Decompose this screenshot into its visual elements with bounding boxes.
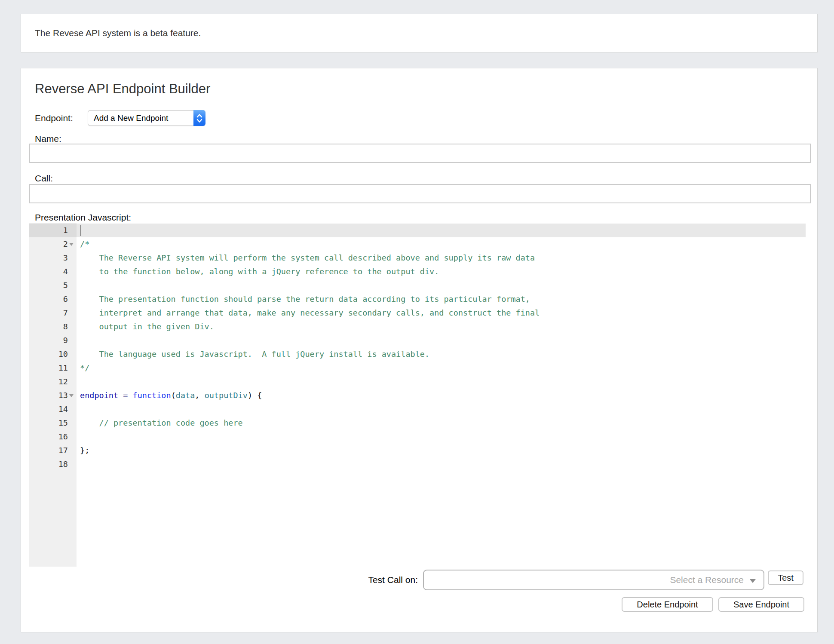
line-number: 11	[29, 361, 68, 375]
code-line[interactable]: 12	[29, 375, 806, 389]
gutter-cell: 5	[29, 279, 77, 292]
code-line[interactable]: 8 output in the given Div.	[29, 320, 806, 334]
code-line[interactable]: 5	[29, 279, 806, 292]
line-number: 9	[29, 334, 68, 347]
line-number: 10	[29, 347, 68, 361]
save-endpoint-button[interactable]: Save Endpoint	[718, 597, 804, 612]
code-line[interactable]: 18	[29, 457, 806, 471]
presentation-javascript-label: Presentation Javascript:	[35, 212, 131, 223]
endpoint-builder-panel: Reverse API Endpoint Builder Endpoint: A…	[21, 68, 818, 632]
gutter-cell: 13	[29, 389, 77, 402]
gutter-cell: 9	[29, 334, 77, 347]
code-text: /*	[77, 237, 806, 251]
gutter-cell: 16	[29, 430, 77, 444]
code-text: };	[77, 444, 806, 457]
gutter-cell: 8	[29, 320, 77, 334]
code-text: The Reverse API system will perform the …	[77, 251, 806, 265]
fold-arrow-icon[interactable]	[69, 243, 74, 246]
line-number: 2	[29, 237, 68, 251]
code-editor[interactable]: 12/*3 The Reverse API system will perfor…	[29, 223, 806, 567]
name-input[interactable]	[29, 144, 811, 163]
name-label: Name:	[35, 134, 61, 144]
code-text	[77, 402, 806, 416]
gutter-cell: 17	[29, 444, 77, 457]
code-line[interactable]: 3 The Reverse API system will perform th…	[29, 251, 806, 265]
beta-notice-text: The Revese API system is a beta feature.	[35, 28, 201, 38]
code-text	[77, 334, 806, 347]
code-text: to the function below, along with a jQue…	[77, 265, 806, 279]
code-text: */	[77, 361, 806, 375]
line-number: 6	[29, 292, 68, 306]
code-line[interactable]: 10 The language used is Javascript. A fu…	[29, 347, 806, 361]
line-number: 13	[29, 389, 68, 402]
code-line[interactable]: 2/*	[29, 237, 806, 251]
code-text: interpret and arrange that data, make an…	[77, 306, 806, 320]
line-number: 16	[29, 430, 68, 444]
code-line[interactable]: 15 // presentation code goes here	[29, 416, 806, 430]
gutter-cell: 6	[29, 292, 77, 306]
endpoint-select[interactable]: Add a New Endpoint	[88, 110, 205, 126]
test-call-label: Test Call on:	[368, 575, 418, 585]
dropdown-arrow-icon	[750, 579, 756, 583]
line-number: 4	[29, 265, 68, 279]
line-number: 5	[29, 279, 68, 292]
code-text: The language used is Javascript. A full …	[77, 347, 806, 361]
beta-notice-banner: The Revese API system is a beta feature.	[21, 14, 818, 52]
code-text: endpoint = function(data, outputDiv) {	[77, 389, 806, 402]
line-number: 7	[29, 306, 68, 320]
gutter-cell: 4	[29, 265, 77, 279]
code-text: // presentation code goes here	[77, 416, 806, 430]
gutter-cell: 3	[29, 251, 77, 265]
select-chevrons-icon	[193, 110, 205, 126]
line-number: 8	[29, 320, 68, 334]
code-line[interactable]: 6 The presentation function should parse…	[29, 292, 806, 306]
code-text	[77, 430, 806, 444]
code-text: The presentation function should parse t…	[77, 292, 806, 306]
line-number: 18	[29, 457, 68, 471]
call-label: Call:	[35, 173, 53, 184]
gutter-cell: 2	[29, 237, 77, 251]
code-line[interactable]: 13endpoint = function(data, outputDiv) {	[29, 389, 806, 402]
line-number: 15	[29, 416, 68, 430]
code-line[interactable]: 16	[29, 430, 806, 444]
line-number: 3	[29, 251, 68, 265]
code-text	[77, 375, 806, 389]
endpoint-select-value: Add a New Endpoint	[88, 113, 193, 123]
code-line[interactable]: 17};	[29, 444, 806, 457]
resource-select[interactable]: Select a Resource	[423, 570, 764, 590]
code-line[interactable]: 14	[29, 402, 806, 416]
resource-select-placeholder: Select a Resource	[670, 575, 744, 585]
text-cursor-icon	[80, 225, 81, 236]
endpoint-label: Endpoint:	[35, 113, 73, 123]
code-text	[77, 457, 806, 471]
test-button[interactable]: Test	[768, 570, 803, 585]
code-text	[77, 279, 806, 292]
gutter-cell: 7	[29, 306, 77, 320]
gutter-cell: 11	[29, 361, 77, 375]
gutter-cell: 14	[29, 402, 77, 416]
line-number: 14	[29, 402, 68, 416]
delete-endpoint-button[interactable]: Delete Endpoint	[622, 597, 713, 612]
gutter-cell: 1	[29, 224, 77, 237]
fold-arrow-icon[interactable]	[69, 394, 74, 397]
code-text: output in the given Div.	[77, 320, 806, 334]
code-text	[77, 224, 806, 237]
code-line[interactable]: 9	[29, 334, 806, 347]
call-input[interactable]	[29, 184, 811, 203]
gutter-cell: 12	[29, 375, 77, 389]
gutter-cell: 18	[29, 457, 77, 471]
gutter-cell: 10	[29, 347, 77, 361]
line-number: 12	[29, 375, 68, 389]
gutter-cell: 15	[29, 416, 77, 430]
code-line[interactable]: 1	[29, 224, 806, 237]
page-title: Reverse API Endpoint Builder	[35, 81, 210, 97]
line-number: 17	[29, 444, 68, 457]
line-number: 1	[29, 224, 68, 237]
code-line[interactable]: 4 to the function below, along with a jQ…	[29, 265, 806, 279]
code-line[interactable]: 7 interpret and arrange that data, make …	[29, 306, 806, 320]
code-line[interactable]: 11*/	[29, 361, 806, 375]
